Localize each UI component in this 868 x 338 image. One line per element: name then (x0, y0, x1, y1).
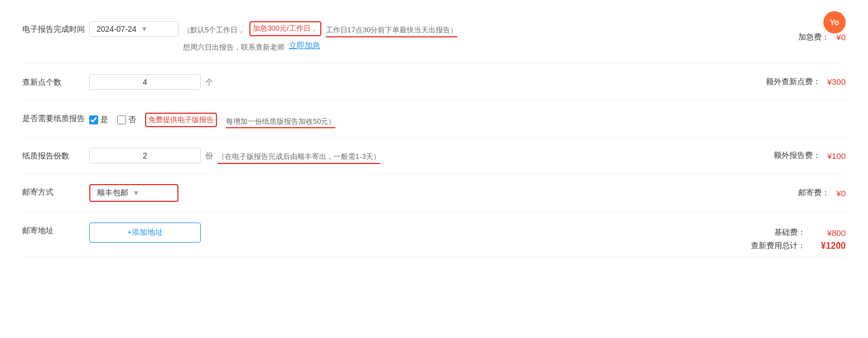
paper-report-content: 是 否 免费提供电子版报告 每增加一份纸质版报告加收50元） (89, 110, 846, 128)
postal-address-row: 邮寄地址 +添加地址 基础费： ¥800 查新费用总计： ¥1200 (22, 213, 846, 257)
base-fee-value: ¥800 (812, 228, 846, 238)
postal-fee-value: ¥0 (836, 189, 846, 198)
paper-copies-side: 额外报告费： ¥100 (774, 151, 846, 161)
postal-method-row: 邮寄方式 顺丰包邮 ▼ 邮寄费： ¥0 (22, 174, 846, 213)
paper-copies-content: 份 （在电子版报告完成后由顺丰寄出，一般需1-3天） (89, 148, 846, 163)
paper-report-row: 是否需要纸质报告 是 否 免费提供电子版报告 每增加一份纸质版报告加收50元） (22, 100, 846, 138)
paper-report-yes-input[interactable] (89, 115, 98, 124)
postal-address-label: 邮寄地址 (22, 223, 89, 236)
free-electronic-hint: 免费提供电子版报告 (145, 113, 217, 128)
desc-main: （默认5个工作日， (183, 21, 245, 36)
paper-copies-desc: （在电子版报告完成后由顺丰寄出，一般需1-3天） (218, 148, 380, 163)
shipping-value: 顺丰包邮 (97, 188, 128, 198)
base-fee-row: 基础费： ¥800 (751, 228, 846, 238)
urgent-link[interactable]: 立即加急 (289, 41, 320, 51)
extra-report-fee-label: 额外报告费： (774, 151, 821, 161)
total-fee-label: 查新费用总计： (751, 241, 806, 251)
total-fee-value: ¥1200 (812, 241, 846, 251)
shipping-chevron-icon: ▼ (133, 189, 139, 197)
paper-report-label: 是否需要纸质报告 (22, 110, 89, 124)
paper-report-yes-label: 是 (100, 115, 108, 125)
query-points-label: 查新点个数 (22, 74, 89, 88)
desc-highlight: 加急300元/工作日， (249, 21, 321, 36)
urgent-fee-value: ¥0 (836, 32, 846, 42)
urgent-fee-label: 加急费： (798, 32, 830, 42)
desc-after: 工作日17点30分前下单最快当天出报告） (326, 21, 458, 36)
postal-method-side: 邮寄费： ¥0 (798, 188, 846, 198)
desc-line1: （默认5个工作日， 加急300元/工作日， 工作日17点30分前下单最快当天出报… (183, 21, 457, 36)
postal-fee-label: 邮寄费： (798, 188, 830, 198)
query-points-side: 额外查新点费： ¥300 (766, 77, 846, 87)
paper-copies-row: 纸质报告份数 份 （在电子版报告完成后由顺丰寄出，一般需1-3天） 额外报告费：… (22, 138, 846, 174)
query-points-row: 查新点个数 个 额外查新点费： ¥300 (22, 64, 846, 100)
paper-report-extra-hint: 每增加一份纸质版报告加收50元） (226, 113, 335, 128)
postal-method-label: 邮寄方式 (22, 184, 89, 197)
paper-report-no[interactable]: 否 (117, 115, 136, 125)
report-time-desc: （默认5个工作日， 加急300元/工作日， 工作日17点30分前下单最快当天出报… (183, 21, 457, 54)
paper-report-checkbox-group: 是 否 免费提供电子版报告 每增加一份纸质版报告加收50元） (89, 110, 335, 128)
extra-points-fee-label: 额外查新点费： (766, 77, 821, 87)
order-summary: 基础费： ¥800 查新费用总计： ¥1200 (751, 228, 846, 251)
desc-line2: 想周六日出报告，联系查新老师 立即加急 (183, 38, 457, 54)
total-fee-row: 查新费用总计： ¥1200 (751, 241, 846, 251)
report-time-side: 加急费： ¥0 (798, 32, 846, 42)
shipping-select[interactable]: 顺丰包邮 ▼ (89, 184, 179, 202)
extra-report-fee-value: ¥100 (827, 151, 846, 161)
paper-report-no-input[interactable] (117, 115, 126, 124)
extra-points-fee-value: ¥300 (827, 77, 846, 86)
report-time-label: 电子报告完成时间 (22, 21, 89, 35)
paper-copies-label: 纸质报告份数 (22, 148, 89, 161)
paper-copies-unit: 份 (205, 148, 213, 161)
query-points-content: 个 (89, 74, 846, 90)
order-form: 电子报告完成时间 2024-07-24 ▼ （默认5个工作日， 加急300元/工… (22, 11, 846, 257)
report-time-content: 2024-07-24 ▼ （默认5个工作日， 加急300元/工作日， 工作日17… (89, 21, 846, 54)
postal-address-content: +添加地址 (89, 223, 846, 243)
paper-report-yes[interactable]: 是 (89, 115, 108, 125)
paper-report-no-label: 否 (128, 115, 136, 125)
report-time-row: 电子报告完成时间 2024-07-24 ▼ （默认5个工作日， 加急300元/工… (22, 11, 846, 64)
desc2-before: 想周六日出报告，联系查新老师 (183, 38, 284, 54)
add-address-button[interactable]: +添加地址 (89, 223, 201, 243)
paper-copies-input[interactable] (89, 148, 201, 163)
date-value: 2024-07-24 (97, 25, 137, 33)
query-points-input[interactable] (89, 74, 201, 90)
chevron-down-icon: ▼ (141, 25, 148, 33)
query-points-unit: 个 (205, 74, 213, 88)
postal-method-content: 顺丰包邮 ▼ (89, 184, 846, 202)
date-select[interactable]: 2024-07-24 ▼ (89, 21, 179, 37)
base-fee-label: 基础费： (774, 228, 806, 238)
